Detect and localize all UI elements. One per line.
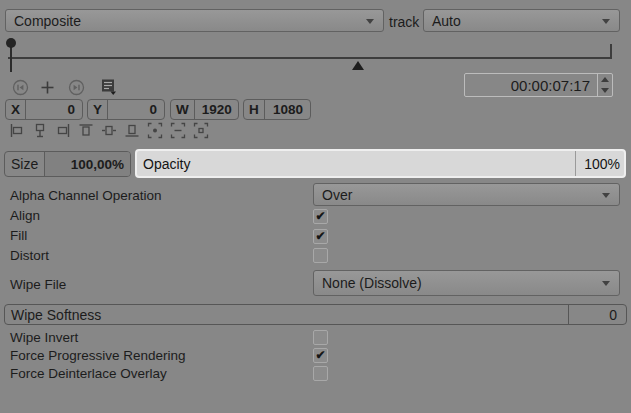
center-vertical-button[interactable] xyxy=(101,122,117,139)
geometry-w-field[interactable]: W 1920 xyxy=(170,99,239,120)
center-horizontal-icon xyxy=(32,122,48,139)
y-label: Y xyxy=(88,100,108,119)
fill-label: Fill xyxy=(10,228,27,243)
force-progressive-rendering-checkbox[interactable]: ✔ xyxy=(313,348,328,363)
plus-icon xyxy=(39,79,56,96)
chevron-down-icon xyxy=(602,193,610,198)
chevron-down-icon xyxy=(602,281,610,286)
original-size-icon xyxy=(170,122,186,139)
distort-label: Distort xyxy=(10,248,49,263)
align-left-button[interactable] xyxy=(9,122,25,139)
geometry-h-field[interactable]: H 1080 xyxy=(243,99,311,120)
spin-down-button[interactable] xyxy=(598,85,612,96)
y-value[interactable]: 0 xyxy=(108,100,164,119)
force-progressive-rendering-label: Force Progressive Rendering xyxy=(10,348,186,363)
previous-keyframe-icon xyxy=(12,79,29,96)
align-bottom-icon xyxy=(124,122,140,139)
wipe-softness-label: Wipe Softness xyxy=(5,305,568,324)
alpha-channel-operation-value: Over xyxy=(322,187,352,203)
wipe-file-label: Wipe File xyxy=(10,277,66,292)
playhead-triangle[interactable] xyxy=(352,61,364,70)
track-label: track xyxy=(389,14,419,30)
align-left-icon xyxy=(9,122,25,139)
opacity-value[interactable]: 100% xyxy=(575,151,624,176)
triangle-up-icon xyxy=(601,77,609,82)
spin-up-button[interactable] xyxy=(598,74,612,85)
align-checkbox[interactable]: ✔ xyxy=(313,209,328,224)
timecode-value: 00:00:07:17 xyxy=(465,74,597,96)
keyframe-menu-icon xyxy=(99,77,119,97)
wipe-invert-checkbox[interactable] xyxy=(313,330,328,345)
alignment-toolbar xyxy=(9,122,209,139)
track-select[interactable]: Auto xyxy=(423,9,620,32)
track-select-value: Auto xyxy=(432,13,461,29)
align-label: Align xyxy=(10,208,40,223)
x-label: X xyxy=(6,100,26,119)
align-top-icon xyxy=(78,122,94,139)
size-value[interactable]: 100,00% xyxy=(45,152,130,176)
force-deinterlace-overlay-checkbox[interactable] xyxy=(313,366,328,381)
fit-zoom-icon xyxy=(147,122,163,139)
keyframe-options-menu-button[interactable] xyxy=(99,77,119,97)
add-keyframe-button[interactable] xyxy=(39,79,56,96)
center-horizontal-button[interactable] xyxy=(32,122,48,139)
fit-zoom-button[interactable] xyxy=(147,122,163,139)
transition-properties-panel: Composite track Auto xyxy=(0,0,631,413)
previous-keyframe-button[interactable] xyxy=(12,79,29,96)
chevron-down-icon xyxy=(366,19,374,24)
wipe-softness-value[interactable]: 0 xyxy=(568,305,626,324)
keyframe-timecode-spinbox[interactable]: 00:00:07:17 xyxy=(464,73,613,97)
geometry-x-field[interactable]: X 0 xyxy=(5,99,83,120)
w-label: W xyxy=(171,100,195,119)
align-bottom-button[interactable] xyxy=(124,122,140,139)
h-label: H xyxy=(244,100,265,119)
center-vertical-icon xyxy=(101,122,117,139)
w-value[interactable]: 1920 xyxy=(195,100,239,119)
h-value[interactable]: 1080 xyxy=(265,100,310,119)
alpha-channel-operation-label: Alpha Channel Operation xyxy=(10,188,162,203)
triangle-down-icon xyxy=(601,88,609,93)
alpha-channel-operation-select[interactable]: Over xyxy=(313,183,620,206)
align-right-icon xyxy=(55,122,71,139)
align-top-button[interactable] xyxy=(78,122,94,139)
size-label: Size xyxy=(5,152,45,176)
distort-checkbox[interactable] xyxy=(313,248,328,263)
adjust-to-fit-button[interactable] xyxy=(193,122,209,139)
original-size-button[interactable] xyxy=(170,122,186,139)
transition-type-value: Composite xyxy=(14,13,81,29)
geometry-y-field[interactable]: Y 0 xyxy=(87,99,165,120)
next-keyframe-icon xyxy=(68,79,85,96)
keyframe-ruler[interactable] xyxy=(0,36,631,76)
size-slider[interactable]: Size 100,00% xyxy=(4,151,131,177)
opacity-slider[interactable]: Opacity 100% xyxy=(135,149,626,178)
next-keyframe-button[interactable] xyxy=(68,79,85,96)
wipe-file-select[interactable]: None (Dissolve) xyxy=(313,270,620,296)
keyframe-dot[interactable] xyxy=(6,38,16,48)
wipe-softness-slider[interactable]: Wipe Softness 0 xyxy=(4,304,627,325)
transition-type-select[interactable]: Composite xyxy=(5,9,384,32)
timecode-spin-buttons xyxy=(597,74,612,96)
wipe-invert-label: Wipe Invert xyxy=(10,330,78,345)
x-value[interactable]: 0 xyxy=(26,100,82,119)
adjust-to-fit-icon xyxy=(193,122,209,139)
opacity-label: Opacity xyxy=(137,151,575,176)
wipe-file-value: None (Dissolve) xyxy=(322,275,422,291)
force-deinterlace-overlay-label: Force Deinterlace Overlay xyxy=(10,366,167,381)
chevron-down-icon xyxy=(602,19,610,24)
fill-checkbox[interactable]: ✔ xyxy=(313,229,328,244)
align-right-button[interactable] xyxy=(55,122,71,139)
